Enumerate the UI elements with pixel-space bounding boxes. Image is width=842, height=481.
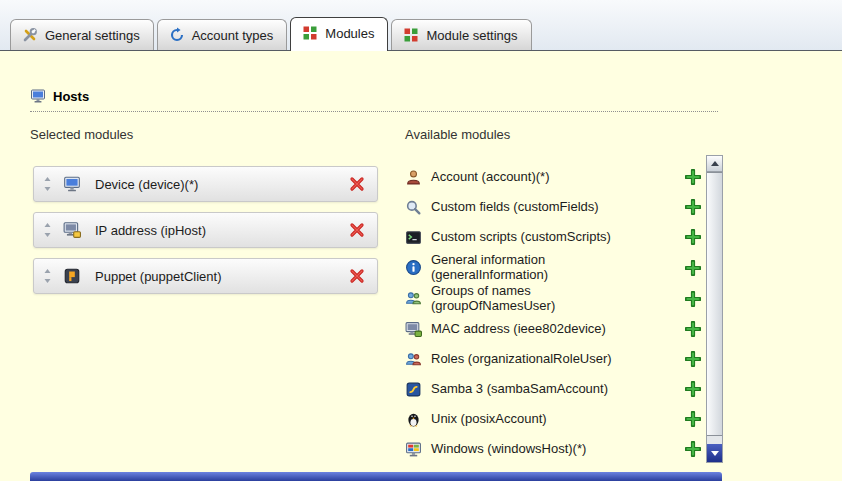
add-module-button[interactable]	[685, 229, 701, 245]
available-module-row-unix: Unix (posixAccount)	[405, 404, 701, 434]
lam-config-window: General settings Account types Modules M…	[0, 0, 842, 481]
remove-module-button[interactable]	[349, 222, 365, 238]
available-module-label: MAC address (ieee802device)	[431, 322, 636, 337]
available-module-row-generalinformation: General information (generalInformation)	[405, 252, 701, 283]
scrollbar-down-button[interactable]	[707, 444, 722, 462]
account-person-icon	[405, 169, 422, 186]
modules-blocks-icon	[302, 25, 318, 41]
ip-address-icon	[63, 221, 81, 239]
selected-module-label: IP address (ipHost)	[95, 223, 206, 238]
add-plus-icon	[685, 381, 701, 397]
available-module-label: Groups of names (groupOfNamesUser)	[431, 284, 636, 314]
remove-module-button[interactable]	[349, 176, 365, 192]
roles-group-icon	[405, 351, 422, 368]
available-modules-list: Account (account)(*) Custom fields (cust…	[405, 162, 701, 464]
available-module-label: Samba 3 (sambaSamAccount)	[431, 382, 636, 397]
group-icon	[405, 290, 422, 307]
available-module-row-macaddress: MAC address (ieee802device)	[405, 314, 701, 344]
available-modules-label: Available modules	[405, 127, 510, 142]
hosts-monitor-icon	[30, 88, 46, 104]
add-plus-icon	[685, 260, 701, 276]
custom-fields-magnifier-icon	[405, 199, 422, 216]
add-plus-icon	[685, 351, 701, 367]
available-module-label: Roles (organizationalRoleUser)	[431, 352, 636, 367]
add-module-button[interactable]	[685, 321, 701, 337]
delete-x-icon	[349, 176, 365, 192]
next-section-header-bar	[30, 472, 722, 481]
available-module-row-customfields: Custom fields (customFields)	[405, 192, 701, 222]
scroll-down-arrow-icon	[711, 451, 719, 456]
add-module-button[interactable]	[685, 291, 701, 307]
available-module-label: Windows (windowsHost)(*)	[431, 442, 636, 457]
selected-module-row-device: Device (device)(*)	[33, 166, 378, 202]
drag-handle-icon[interactable]	[42, 176, 53, 192]
available-modules-scrollbar[interactable]	[706, 155, 723, 463]
tab-account-types[interactable]: Account types	[157, 19, 288, 50]
selected-modules-list: Device (device)(*) IP address (ipHost) P…	[33, 166, 378, 294]
selected-module-label: Puppet (puppetClient)	[95, 269, 221, 284]
tab-general-settings[interactable]: General settings	[10, 19, 154, 50]
available-module-row-account: Account (account)(*)	[405, 162, 701, 192]
tab-module-settings[interactable]: Module settings	[391, 19, 531, 50]
add-module-button[interactable]	[685, 411, 701, 427]
available-module-label: Account (account)(*)	[431, 170, 636, 185]
drag-handle-icon[interactable]	[42, 222, 53, 238]
mac-address-icon	[405, 321, 422, 338]
available-module-label: General information (generalInformation)	[431, 253, 636, 283]
drag-handle-icon[interactable]	[42, 268, 53, 284]
selected-modules-label: Selected modules	[30, 127, 133, 142]
add-module-button[interactable]	[685, 351, 701, 367]
delete-x-icon	[349, 268, 365, 284]
available-module-label: Unix (posixAccount)	[431, 412, 636, 427]
available-module-label: Custom scripts (customScripts)	[431, 230, 636, 245]
selected-module-row-puppet: Puppet (puppetClient)	[33, 258, 378, 294]
available-module-row-customscripts: Custom scripts (customScripts)	[405, 222, 701, 252]
device-monitor-icon	[63, 175, 81, 193]
add-module-button[interactable]	[685, 441, 701, 457]
scroll-up-arrow-icon	[711, 161, 719, 166]
scrollbar-up-button[interactable]	[707, 156, 722, 172]
puppet-icon	[63, 267, 81, 285]
custom-scripts-terminal-icon	[405, 229, 422, 246]
tab-label: Modules	[325, 26, 374, 41]
tab-modules[interactable]: Modules	[290, 17, 388, 51]
wrench-icon	[22, 27, 38, 43]
add-plus-icon	[685, 441, 701, 457]
info-icon	[405, 259, 422, 276]
add-module-button[interactable]	[685, 260, 701, 276]
samba-icon	[405, 381, 422, 398]
scrollbar-thumb[interactable]	[707, 172, 722, 436]
available-module-label: Custom fields (customFields)	[431, 200, 636, 215]
tab-label: Account types	[192, 28, 274, 43]
add-plus-icon	[685, 321, 701, 337]
section-title: Hosts	[53, 89, 89, 104]
hosts-section-header: Hosts	[30, 88, 718, 112]
tab-label: General settings	[45, 28, 140, 43]
remove-module-button[interactable]	[349, 268, 365, 284]
available-module-row-windows: Windows (windowsHost)(*)	[405, 434, 701, 464]
selected-module-row-iphost: IP address (ipHost)	[33, 212, 378, 248]
add-plus-icon	[685, 169, 701, 185]
available-module-row-roles: Roles (organizationalRoleUser)	[405, 344, 701, 374]
config-tabbar: General settings Account types Modules M…	[0, 0, 842, 51]
add-plus-icon	[685, 229, 701, 245]
add-module-button[interactable]	[685, 169, 701, 185]
delete-x-icon	[349, 222, 365, 238]
windows-icon	[405, 441, 422, 458]
available-module-row-groupofnames: Groups of names (groupOfNamesUser)	[405, 283, 701, 314]
add-plus-icon	[685, 411, 701, 427]
add-plus-icon	[685, 291, 701, 307]
sync-arrows-icon	[169, 27, 185, 43]
add-plus-icon	[685, 199, 701, 215]
unix-tux-icon	[405, 411, 422, 428]
selected-module-label: Device (device)(*)	[95, 177, 198, 192]
module-settings-blocks-icon	[403, 27, 419, 43]
add-module-button[interactable]	[685, 199, 701, 215]
tab-label: Module settings	[426, 28, 517, 43]
add-module-button[interactable]	[685, 381, 701, 397]
available-module-row-samba3: Samba 3 (sambaSamAccount)	[405, 374, 701, 404]
